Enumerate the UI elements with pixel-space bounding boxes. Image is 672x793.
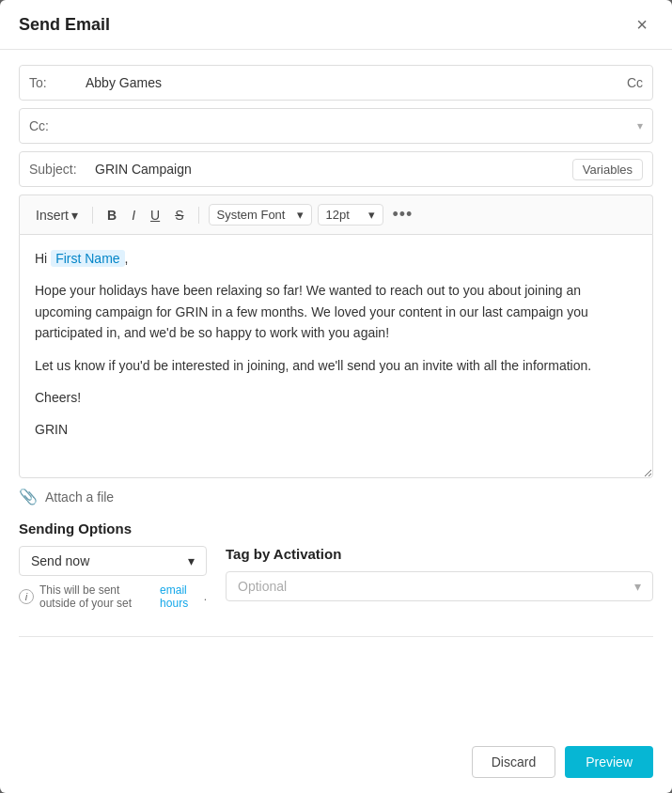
optional-placeholder: Optional (238, 579, 287, 594)
cc-input[interactable] (86, 118, 637, 133)
attach-file-row[interactable]: 📎 Attach a file (19, 488, 653, 505)
tag-activation-chevron-icon: ▾ (634, 579, 641, 594)
editor-closing: Cheers! (35, 387, 637, 408)
close-button[interactable]: × (631, 13, 653, 36)
editor-greeting: Hi First Name, (35, 248, 637, 269)
to-input[interactable] (86, 75, 627, 90)
send-email-modal: Send Email × To: Cc Cc: ▾ Subject: Varia… (0, 0, 672, 793)
tag-activation-section: Tag by Activation Optional ▾ (226, 546, 653, 601)
first-name-tag[interactable]: First Name (51, 250, 124, 267)
greeting-before-text: Hi (35, 251, 51, 266)
font-size-dropdown[interactable]: 12pt ▾ (318, 204, 383, 225)
paperclip-icon: 📎 (19, 488, 38, 505)
insert-button[interactable]: Insert ▾ (31, 206, 83, 225)
cc-chevron-icon: ▾ (637, 119, 643, 132)
sending-options-left: Send now ▾ i This will be sent outside o… (19, 546, 207, 610)
subject-input[interactable] (95, 162, 572, 177)
sending-options-grid: Send now ▾ i This will be sent outside o… (19, 546, 653, 610)
info-icon: i (19, 589, 34, 604)
variables-button[interactable]: Variables (572, 159, 643, 180)
subject-label: Subject: (29, 162, 95, 177)
more-options-button[interactable]: ••• (389, 203, 417, 226)
to-label: To: (29, 75, 86, 90)
discard-button[interactable]: Discard (472, 746, 555, 778)
greeting-after-text: , (125, 251, 129, 266)
bold-button[interactable]: B (102, 206, 121, 225)
attach-label: Attach a file (45, 490, 114, 505)
preview-button[interactable]: Preview (565, 746, 653, 778)
font-family-value: System Font (217, 208, 286, 222)
toolbar-separator-2 (198, 207, 199, 224)
info-period: . (204, 590, 207, 603)
sending-options-title: Sending Options (19, 521, 653, 536)
modal-title: Send Email (19, 15, 110, 35)
cc-label: Cc: (29, 118, 86, 133)
editor-toolbar: Insert ▾ B I U S System Font ▾ 12pt ▾ ••… (19, 194, 653, 234)
info-text: This will be sent outside of your set (39, 583, 154, 610)
footer-divider (19, 636, 653, 637)
editor-paragraph-1: Hope your holidays have been relaxing so… (35, 280, 637, 343)
insert-label: Insert (36, 208, 69, 223)
font-family-dropdown[interactable]: System Font ▾ (209, 204, 312, 225)
editor-paragraph-2: Let us know if you'd be interested in jo… (35, 355, 637, 376)
italic-button[interactable]: I (127, 206, 140, 225)
underline-button[interactable]: U (146, 206, 164, 225)
send-now-value: Send now (31, 553, 89, 568)
email-hours-info: i This will be sent outside of your set … (19, 583, 207, 610)
tag-activation-dropdown[interactable]: Optional ▾ (226, 571, 653, 601)
cc-field-row: Cc: ▾ (19, 108, 653, 144)
to-field-row: To: Cc (19, 65, 653, 101)
strikethrough-button[interactable]: S (170, 206, 188, 225)
modal-header: Send Email × (0, 0, 672, 50)
font-size-value: 12pt (326, 208, 350, 222)
editor-signature: GRIN (35, 419, 637, 440)
send-now-dropdown[interactable]: Send now ▾ (19, 546, 207, 576)
email-hours-link[interactable]: email hours (160, 583, 198, 610)
toolbar-separator-1 (92, 207, 93, 224)
subject-field-row: Subject: Variables (19, 151, 653, 187)
font-family-chevron-icon: ▾ (297, 208, 304, 222)
cc-toggle-button[interactable]: Cc (627, 75, 643, 90)
send-now-chevron-icon: ▾ (188, 553, 195, 568)
font-size-chevron-icon: ▾ (368, 208, 375, 222)
email-editor[interactable]: Hi First Name, Hope your holidays have b… (19, 234, 653, 478)
modal-body: To: Cc Cc: ▾ Subject: Variables Insert (0, 50, 672, 735)
insert-chevron-icon: ▾ (71, 208, 78, 223)
sending-options-section: Sending Options Send now ▾ i This will b… (19, 521, 653, 610)
tag-activation-title: Tag by Activation (226, 546, 653, 562)
modal-footer: Discard Preview (0, 735, 672, 793)
